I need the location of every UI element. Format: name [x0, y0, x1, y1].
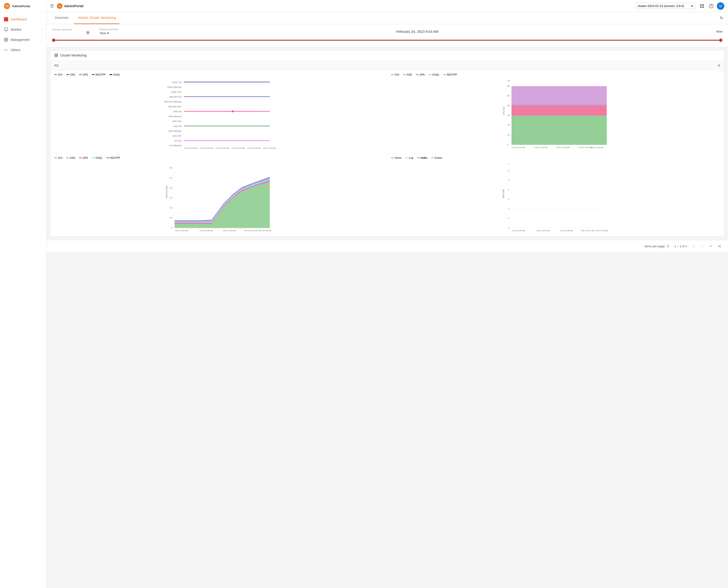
apps-grid-icon[interactable] [698, 2, 706, 10]
legend-disk-gstore-label: Gstore [435, 156, 442, 159]
tab-overview[interactable]: Overview [51, 12, 72, 24]
pagination-bar: Items per page: 5 1 – 1 of 1 |< < > >| [46, 240, 728, 252]
refresh-icon[interactable]: ↻ [720, 16, 723, 21]
hamburger-menu-icon[interactable]: ☰ [50, 3, 54, 8]
tab-historic-cluster-monitoring[interactable]: Historic Cluster Monitoring [74, 12, 119, 24]
legend-gui-dot [54, 74, 57, 75]
legend-cpu-gsql-dot [428, 74, 432, 75]
svg-text:5: 5 [508, 179, 509, 181]
svg-point-8 [5, 50, 5, 50]
cluster-selector[interactable]: cluster-2023-02-23 (version: 3.9.0) ▾ [635, 3, 696, 9]
pagination-last-button[interactable]: >| [716, 243, 723, 249]
legend-mem-gse-dot [66, 158, 69, 158]
svg-rect-19 [57, 54, 58, 55]
svg-text:0: 0 [508, 227, 509, 229]
cpu-chart: GUI GSE GPE [387, 70, 724, 154]
pagination-first-button[interactable]: |< [691, 243, 697, 249]
legend-disk-gstore: Gstore [431, 156, 442, 159]
legend-disk-log-dot [405, 158, 408, 158]
time-slider-track[interactable] [52, 40, 723, 41]
svg-text:GSE OFF: GSE OFF [172, 135, 182, 137]
svg-text:Feb 24 9:09 AM: Feb 24 9:09 AM [263, 147, 276, 149]
help-icon[interactable] [708, 2, 715, 10]
svg-text:GPE WarmUp: GPE WarmUp [169, 115, 182, 118]
status-legend: GUI GSE GPE [54, 73, 383, 76]
legend-mem-restpp: RESTPP [106, 156, 120, 159]
svg-text:Feb 24 9:06 AM: Feb 24 9:06 AM [216, 147, 229, 149]
legend-cpu-gse-label: GSE [407, 73, 412, 76]
time-slider[interactable] [52, 38, 723, 43]
svg-marker-85 [511, 86, 607, 105]
memory-chart-svg: 0 0.5 1.0 1.5 2.0 2.5 3.0 Memory (GB) [54, 161, 383, 233]
svg-text:70: 70 [507, 80, 510, 82]
legend-disk-log-label: Log [409, 156, 413, 159]
svg-point-5 [5, 39, 7, 40]
legend-mem-gpe-label: GPE [83, 156, 88, 159]
legend-cpu-gpe-dot [416, 74, 419, 75]
svg-text:Feb 24 9:05 AM: Feb 24 9:05 AM [200, 230, 213, 232]
svg-text:60: 60 [507, 85, 510, 87]
avatar[interactable]: U [717, 2, 724, 10]
svg-text:Feb 24 9:08 AM: Feb 24 9:08 AM [591, 146, 604, 148]
svg-text:0: 0 [507, 143, 508, 146]
cluster-section-title: Cluster Monitoring [60, 54, 87, 57]
start-time-input[interactable]: February 24, 2023 [52, 31, 85, 35]
legend-gpe-label: GPE [83, 73, 88, 76]
grid-icon [54, 53, 58, 57]
sidebar-item-label: Management [11, 38, 39, 42]
legend-disk-home: Home [391, 156, 401, 159]
legend-mem-gui-dot [54, 158, 57, 158]
legend-mem-gse-label: GSE [70, 156, 75, 159]
svg-text:1.0: 1.0 [170, 207, 173, 209]
time-slider-thumb-right[interactable] [719, 39, 723, 42]
sidebar-header: TG AdminPortal [0, 0, 46, 12]
cluster-monitoring-section: Cluster Monitoring m1 ∧ GUI [50, 50, 724, 237]
legend-restpp-label: RESTPP [95, 73, 106, 76]
svg-text:CPU (%): CPU (%) [503, 107, 505, 115]
legend-gpe: GPE [79, 73, 88, 76]
svg-point-6 [6, 50, 6, 50]
end-time-field: Choose end time Now [99, 28, 118, 35]
time-slider-thumb-left[interactable] [52, 39, 55, 42]
others-icon [4, 48, 8, 52]
start-time-label: Choose start time [52, 28, 90, 31]
legend-mem-restpp-label: RESTPP [110, 156, 120, 159]
collapse-icon[interactable]: ∧ [717, 63, 720, 68]
dashboard-icon [4, 17, 8, 22]
pagination-prev-button[interactable]: < [699, 243, 706, 249]
svg-text:GUI WarmUp: GUI WarmUp [169, 144, 182, 147]
calendar-icon[interactable]: 📅 [86, 31, 90, 35]
legend-cpu-restpp-dot [443, 74, 446, 75]
legend-disk-kafka: Kafka [417, 156, 427, 159]
svg-marker-82 [511, 115, 607, 145]
svg-text:Feb 24 9:04 AM: Feb 24 9:04 AM [512, 230, 525, 232]
management-icon [4, 37, 8, 42]
pagination-next-button[interactable]: > [708, 243, 714, 249]
end-time-select[interactable]: Now [99, 31, 110, 35]
legend-cpu-restpp: RESTPP [443, 73, 457, 76]
legend-disk-gstore-dot [431, 158, 434, 158]
svg-text:GSQL ON: GSQL ON [172, 81, 182, 83]
svg-text:RESTPP ON: RESTPP ON [170, 96, 182, 98]
svg-rect-12 [703, 4, 704, 5]
sidebar-item-dashboard[interactable]: Dashboard [0, 14, 46, 24]
sidebar-item-others[interactable]: Others › [0, 45, 46, 55]
sidebar-item-management[interactable]: Management › [0, 35, 46, 45]
legend-mem-gsql: GSQL [92, 156, 103, 159]
svg-text:40: 40 [507, 104, 510, 107]
content-area: Overview Historic Cluster Monitoring ↻ C… [46, 12, 728, 588]
disk-chart-svg: 0 1 2 3 4 5 6 7 Disk (GB) [391, 161, 720, 233]
sidebar-item-monitor[interactable]: Monitor › [0, 24, 46, 35]
cluster-selector-chevron-icon: ▾ [691, 4, 693, 8]
start-time-field: Choose start time February 24, 2023 📅 [52, 28, 90, 35]
legend-gsql: GSQL [109, 73, 120, 76]
items-per-page-value: 5 [667, 245, 669, 248]
svg-rect-24 [56, 56, 57, 57]
svg-rect-13 [700, 6, 702, 8]
topbar-icons: U [698, 2, 724, 10]
tabs-bar: Overview Historic Cluster Monitoring ↻ [46, 12, 728, 24]
svg-text:Feb 24 9:06 AM: Feb 24 9:06 AM [223, 230, 236, 232]
legend-cpu-gui: GUI [391, 73, 399, 76]
tigergraph-logo-icon: TG [57, 3, 63, 9]
svg-text:GSE ON: GSE ON [173, 125, 181, 127]
